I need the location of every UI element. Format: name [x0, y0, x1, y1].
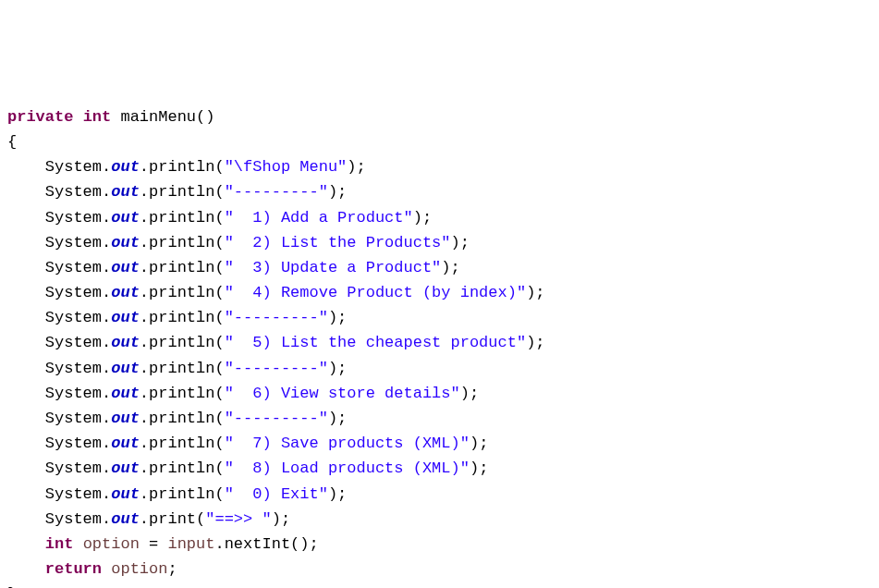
open-paren: ( — [214, 334, 224, 351]
method-name: mainMenu — [120, 108, 196, 126]
string-literal: " 7) Save products (XML)" — [225, 435, 470, 452]
class-system: System — [45, 435, 102, 452]
method-println: println — [149, 385, 214, 402]
open-paren: ( — [214, 183, 224, 201]
dot: . — [102, 234, 111, 251]
keyword-private: private — [7, 108, 73, 126]
variable-option: option — [111, 560, 167, 578]
method-println: println — [149, 234, 214, 251]
semicolon: ; — [337, 485, 347, 503]
method-println: println — [149, 209, 214, 227]
open-paren: ( — [214, 284, 224, 301]
string-literal: " 1) Add a Product" — [225, 209, 413, 227]
class-system: System — [45, 385, 102, 402]
semicolon: ; — [337, 360, 347, 377]
class-system: System — [45, 183, 102, 201]
close-paren: ) — [328, 410, 337, 427]
class-system: System — [45, 309, 102, 326]
close-paren: ) — [328, 183, 337, 201]
semicolon: ; — [357, 158, 366, 176]
field-out: out — [111, 183, 140, 201]
open-paren: ( — [214, 234, 224, 251]
field-out: out — [111, 234, 140, 251]
dot: . — [140, 510, 149, 528]
variable-option: option — [83, 535, 140, 553]
variable-input: input — [167, 535, 214, 553]
close-paren: ) — [460, 385, 470, 402]
method-nextint: nextInt — [225, 535, 290, 553]
semicolon: ; — [167, 560, 177, 578]
method-println: println — [149, 309, 214, 326]
class-system: System — [45, 459, 102, 477]
dot: . — [214, 535, 224, 553]
dot: . — [102, 385, 111, 402]
class-system: System — [45, 360, 102, 377]
dot: . — [102, 209, 111, 227]
open-paren: ( — [214, 385, 224, 402]
method-println: println — [149, 158, 214, 176]
field-out: out — [111, 284, 140, 301]
close-paren: ) — [526, 334, 535, 351]
semicolon: ; — [479, 435, 488, 452]
dot: . — [140, 183, 149, 201]
semicolon: ; — [451, 259, 460, 276]
semicolon: ; — [460, 234, 470, 251]
parens: () — [196, 108, 214, 126]
semicolon: ; — [479, 459, 488, 477]
method-println: println — [149, 360, 214, 377]
open-brace: { — [7, 133, 17, 151]
string-literal: "---------" — [225, 309, 328, 326]
class-system: System — [45, 259, 102, 276]
dot: . — [140, 234, 149, 251]
string-literal: " 8) Load products (XML)" — [225, 459, 470, 477]
dot: . — [102, 259, 111, 276]
string-literal: "\fShop Menu" — [225, 158, 348, 176]
class-system: System — [45, 234, 102, 251]
field-out: out — [111, 259, 140, 276]
open-paren: ( — [196, 510, 205, 528]
open-paren: ( — [214, 158, 224, 176]
close-paren: ) — [441, 259, 450, 276]
method-println: println — [149, 284, 214, 301]
method-println: println — [149, 485, 214, 503]
class-system: System — [45, 284, 102, 301]
field-out: out — [111, 334, 140, 351]
field-out: out — [111, 459, 140, 477]
close-paren: ) — [328, 360, 337, 377]
open-paren: ( — [214, 259, 224, 276]
open-paren: ( — [214, 209, 224, 227]
dot: . — [102, 183, 111, 201]
semicolon: ; — [310, 535, 319, 553]
field-out: out — [111, 410, 140, 427]
close-paren: ) — [328, 485, 337, 503]
dot: . — [102, 410, 111, 427]
close-paren: ) — [526, 284, 535, 301]
method-println: println — [149, 183, 214, 201]
close-paren: ) — [347, 158, 356, 176]
close-paren: ) — [470, 459, 479, 477]
code-block: private int mainMenu() { System.out.prin… — [7, 104, 872, 588]
dot: . — [140, 309, 149, 326]
open-paren: ( — [214, 485, 224, 503]
semicolon: ; — [337, 183, 347, 201]
method-print: print — [149, 510, 196, 528]
dot: . — [102, 284, 111, 301]
class-system: System — [45, 410, 102, 427]
dot: . — [102, 334, 111, 351]
open-paren: ( — [214, 435, 224, 452]
semicolon: ; — [337, 410, 347, 427]
dot: . — [140, 459, 149, 477]
field-out: out — [111, 385, 140, 402]
dot: . — [102, 158, 111, 176]
close-paren: ) — [328, 309, 337, 326]
keyword-int: int — [45, 535, 74, 553]
class-system: System — [45, 334, 102, 351]
dot: . — [102, 360, 111, 377]
field-out: out — [111, 360, 140, 377]
dot: . — [140, 158, 149, 176]
dot: . — [102, 459, 111, 477]
open-paren: ( — [214, 309, 224, 326]
close-paren: ) — [451, 234, 460, 251]
field-out: out — [111, 209, 140, 227]
string-literal: " 4) Remove Product (by index)" — [225, 284, 526, 301]
